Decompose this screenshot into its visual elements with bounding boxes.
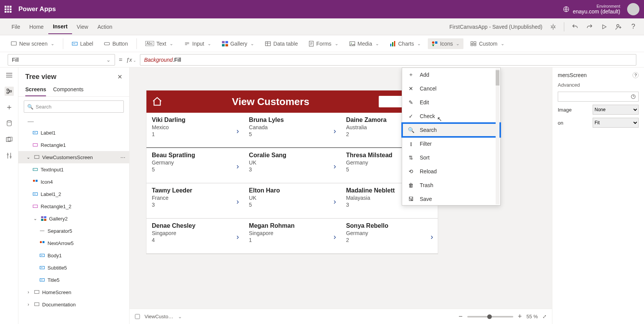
input-dropdown[interactable]: Input — [180, 38, 215, 49]
play-icon[interactable] — [600, 23, 608, 31]
hamburger-icon[interactable] — [5, 71, 14, 80]
info-icon[interactable]: ? — [632, 72, 639, 78]
media-rail-icon[interactable] — [5, 135, 14, 144]
tree-item[interactable]: Rectangle1_2 — [18, 200, 129, 212]
icons-dropdown[interactable]: Icons — [428, 38, 463, 49]
zoom-slider[interactable] — [467, 316, 513, 317]
tree-item[interactable]: Subtitle5 — [18, 262, 129, 274]
dropdown-item-search[interactable]: 🔍Search — [402, 123, 500, 137]
button-button[interactable]: Button — [100, 38, 131, 49]
home-icon[interactable] — [152, 96, 163, 107]
tree-item[interactable]: TextInput1 — [18, 163, 129, 176]
data-rail-icon[interactable] — [5, 119, 14, 128]
close-icon[interactable]: ✕ — [117, 73, 122, 81]
tree-item[interactable]: NextArrow5 — [18, 237, 129, 249]
charts-dropdown[interactable]: Charts — [386, 38, 425, 49]
tree-item[interactable]: Separator5 — [18, 225, 129, 237]
fx-icon[interactable]: ƒx ⌄ — [126, 57, 136, 63]
canvas-area[interactable]: View Customers Viki DarlingMexico1›Bruna… — [130, 67, 552, 309]
tab-screens[interactable]: Screens — [25, 83, 46, 96]
selection-checkbox[interactable] — [135, 314, 140, 319]
properties-tab-advanced[interactable]: Advanced — [558, 82, 639, 88]
chevron-right-icon[interactable]: › — [334, 162, 336, 171]
dropdown-item-add[interactable]: ＋Add — [402, 68, 500, 82]
gallery-card[interactable]: Bruna LylesCanada5› — [243, 113, 340, 148]
tree-item[interactable]: ⌄ViewCustomersScreen⋯ — [18, 151, 129, 163]
dropdown-item-check[interactable]: ✓Check — [402, 109, 500, 123]
gallery-card[interactable]: Coralie SangUK3› — [243, 148, 340, 183]
label-button[interactable]: Label — [68, 38, 97, 49]
media-dropdown[interactable]: Media — [345, 38, 383, 49]
chevron-right-icon[interactable]: › — [334, 127, 336, 135]
chevron-right-icon[interactable]: › — [237, 127, 239, 135]
dropdown-item-reload[interactable]: ⟲Reload — [402, 164, 500, 178]
chevron-right-icon[interactable]: › — [237, 162, 239, 171]
custom-dropdown[interactable]: Custom — [467, 38, 508, 49]
svg-rect-7 — [225, 41, 228, 43]
tree-item[interactable]: Body1 — [18, 249, 129, 262]
data-table-button[interactable]: Data table — [261, 38, 302, 49]
tree-view-icon[interactable] — [5, 87, 14, 96]
app-checker-icon[interactable] — [549, 23, 557, 31]
image-select[interactable]: None — [593, 105, 639, 115]
user-avatar[interactable] — [627, 3, 639, 15]
gallery-card[interactable]: Beau SpratlingGermany5› — [146, 148, 243, 183]
tree-item[interactable]: Title5 — [18, 274, 129, 286]
canvas-title: View Customers — [232, 96, 310, 108]
forms-dropdown[interactable]: Forms — [305, 38, 342, 49]
svg-rect-21 — [471, 44, 473, 46]
gallery-card[interactable]: Tawny LeederFrance3› — [146, 183, 243, 219]
tree-item[interactable]: Icon4 — [18, 176, 129, 188]
gallery-card[interactable]: Sonya RebelloGermany2› — [341, 219, 438, 254]
tree-item[interactable]: ›HomeScreen — [18, 286, 129, 298]
undo-icon[interactable] — [571, 23, 579, 31]
dropdown-item-cancel[interactable]: ✕Cancel — [402, 82, 500, 95]
gallery-card[interactable]: Elton HaroUK5› — [243, 183, 340, 219]
redo-icon[interactable] — [586, 23, 593, 31]
menu-view[interactable]: View — [72, 20, 93, 34]
app-canvas[interactable]: View Customers Viki DarlingMexico1›Bruna… — [146, 90, 438, 254]
gallery-card[interactable]: Denae ChesleySingapore4› — [146, 219, 243, 254]
text-dropdown[interactable]: Abc Text — [141, 38, 177, 49]
fit-to-window-icon[interactable]: ⤢ — [542, 314, 547, 319]
dropdown-item-edit[interactable]: ✎Edit — [402, 95, 500, 109]
tree-item[interactable]: ›Documentation — [18, 298, 129, 311]
dropdown-item-sort[interactable]: ⇅Sort — [402, 151, 500, 164]
new-screen-button[interactable]: New screen — [7, 38, 58, 49]
chevron-right-icon[interactable]: › — [237, 197, 239, 206]
app-launcher-icon[interactable] — [5, 6, 12, 13]
tree-item[interactable]: Label1 — [18, 127, 129, 139]
breadcrumb[interactable]: ViewCusto… — [145, 314, 173, 319]
menu-home[interactable]: Home — [25, 20, 48, 34]
share-icon[interactable] — [615, 23, 623, 31]
advanced-tools-icon[interactable] — [5, 151, 14, 160]
property-action-button[interactable] — [558, 92, 639, 102]
gallery-card[interactable]: Megan RohmanSingapore1› — [243, 219, 340, 254]
tree-item[interactable]: ⌄Gallery2 — [18, 212, 129, 225]
property-selector[interactable]: Fill⌄ — [8, 54, 115, 66]
gallery-card[interactable]: Viki DarlingMexico1› — [146, 113, 243, 148]
formula-input[interactable]: Background.Fill — [140, 54, 636, 66]
dropdown-item-trash[interactable]: 🗑Trash — [402, 178, 500, 192]
zoom-in-icon[interactable]: + — [518, 312, 522, 321]
menu-action[interactable]: Action — [93, 20, 117, 34]
dropdown-scrollbar[interactable] — [496, 69, 499, 204]
tree-item[interactable]: Label1_2 — [18, 188, 129, 200]
insert-rail-icon[interactable] — [5, 103, 14, 112]
dropdown-item-filter[interactable]: ⫿Filter — [402, 137, 500, 151]
tab-components[interactable]: Components — [53, 83, 83, 96]
tree-item[interactable]: Rectangle1 — [18, 139, 129, 151]
environment-selector[interactable]: Environment enayu.com (default) — [573, 4, 620, 15]
chevron-right-icon[interactable]: › — [334, 197, 336, 206]
menu-insert[interactable]: Insert — [48, 20, 72, 34]
image-position-select[interactable]: Fit — [593, 118, 639, 128]
tree-search-input[interactable]: 🔍 Search — [24, 100, 124, 113]
zoom-out-icon[interactable]: − — [458, 312, 463, 321]
chevron-right-icon[interactable]: › — [430, 232, 433, 241]
chevron-right-icon[interactable]: › — [237, 232, 239, 241]
chevron-right-icon[interactable]: › — [334, 232, 336, 241]
help-icon[interactable]: ? — [629, 23, 637, 31]
gallery-dropdown[interactable]: Gallery — [218, 38, 258, 49]
menu-file[interactable]: File — [7, 20, 25, 34]
dropdown-item-save[interactable]: 🖫Save — [402, 192, 500, 206]
